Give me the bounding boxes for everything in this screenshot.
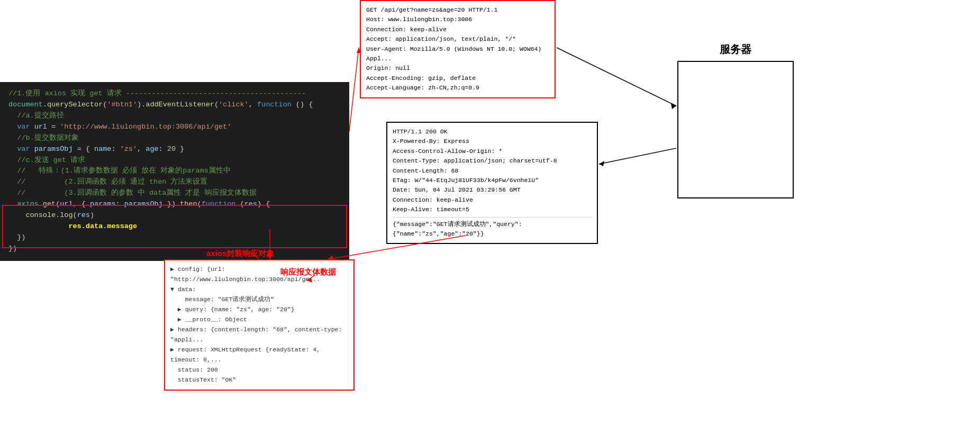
http-request-line-3: Connection: keep-alive <box>366 25 549 34</box>
server-label: 服务器 <box>677 42 794 57</box>
axios-line-3: message: "GET请求测试成功" <box>170 295 348 305</box>
server-panel: 服务器 <box>677 42 794 198</box>
svg-marker-5 <box>599 161 604 166</box>
http-request-line-8: Accept-Language: zh-CN,zh;q=0.9 <box>366 83 549 93</box>
svg-line-4 <box>599 148 676 164</box>
http-request-line-4: Accept: application/json, text/plain, */… <box>366 34 549 44</box>
http-request-line-7: Accept-Encoding: gzip, deflate <box>366 74 549 83</box>
code-line-7: //c.发送 get 请求 <box>8 155 341 166</box>
http-response-line-7: Date: Sun, 04 Jul 2021 03:29:56 GMT <box>393 185 592 195</box>
axios-line-6: ▶ headers: {content-length: "68", conten… <box>170 325 348 345</box>
svg-line-2 <box>557 48 676 106</box>
http-response-line-5: Content-Length: 68 <box>393 166 592 176</box>
code-line-10: // (3.回调函数 的参数 中 data属性 才是 响应报文体数据 <box>8 188 341 199</box>
code-line-3: //a.提交路径 <box>8 111 341 122</box>
axios-line-4: ▶ query: {name: "zs", age: "20"} <box>170 305 348 315</box>
label-axios-obj: axios封装响应对象 <box>206 249 274 259</box>
code-line-13: res.data.message <box>8 221 341 232</box>
http-response-line-3: Access-Control-Allow-Origin: * <box>393 147 592 156</box>
http-request-panel: GET /api/get?name=zs&age=20 HTTP/1.1 Hos… <box>360 0 556 98</box>
code-panel: //1.使用 axios 实现 get 请求 -----------------… <box>0 82 349 261</box>
server-box <box>677 61 794 198</box>
axios-line-5: ▶ __proto__: Object <box>170 315 348 325</box>
http-response-line-1: HTTP/1.1 200 OK <box>393 127 592 137</box>
http-request-line-6: Origin: null <box>366 64 549 73</box>
code-line-9: // (2.回调函数 必须 通过 then 方法来设置 <box>8 177 341 188</box>
code-line-11: axios.get(url, { params: paramsObj }).th… <box>8 199 341 210</box>
code-line-4: var url = 'http://www.liulongbin.top:300… <box>8 122 341 133</box>
http-response-panel: HTTP/1.1 200 OK X-Powered-By: Express Ac… <box>386 122 598 244</box>
svg-marker-3 <box>671 104 676 109</box>
axios-response-panel: ▶ config: {url: "http://www.liulongbin.t… <box>164 259 355 391</box>
axios-line-8: status: 200 <box>170 365 348 375</box>
axios-line-2: ▼ data: <box>170 285 348 295</box>
svg-line-0 <box>349 48 359 131</box>
code-line-12: console.log(res) <box>8 210 341 221</box>
code-line-8: // 特殊：(1.请求参数数据 必须 放在 对象的params属性中 <box>8 166 341 177</box>
http-response-line-8: Connection: keep-alive <box>393 195 592 205</box>
code-line-1: //1.使用 axios 实现 get 请求 -----------------… <box>8 88 341 100</box>
http-response-line-4: Content-Type: application/json; charset=… <box>393 156 592 166</box>
http-response-line-2: X-Powered-By: Express <box>393 137 592 146</box>
code-line-2: document.querySelector('#btn1').addEvent… <box>8 100 341 111</box>
http-request-line-1: GET /api/get?name=zs&age=20 HTTP/1.1 <box>366 5 549 15</box>
http-request-line-2: Host: www.liulongbin.top:3006 <box>366 15 549 24</box>
axios-line-7: ▶ request: XMLHttpRequest {readyState: 4… <box>170 345 348 365</box>
code-line-6: var paramsObj = { name: 'zs', age: 20 } <box>8 144 341 155</box>
http-response-line-6: ETag: W/"44-EtqJuj81UF33b/k4pFw/6vnhe1U" <box>393 176 592 185</box>
code-line-15: }) <box>8 243 341 255</box>
axios-line-9: statusText: "OK" <box>170 375 348 385</box>
http-request-line-5: User-Agent: Mozilla/5.0 (Windows NT 10.0… <box>366 44 549 64</box>
http-response-json: {"message":"GET请求测试成功","query":{"name":"… <box>393 217 592 239</box>
http-response-line-9: Keep-Alive: timeout=5 <box>393 205 592 214</box>
code-line-5: //b.提交数据对象 <box>8 133 341 144</box>
label-response-body: 响应报文体数据 <box>280 267 336 277</box>
code-line-14: }) <box>8 232 341 243</box>
